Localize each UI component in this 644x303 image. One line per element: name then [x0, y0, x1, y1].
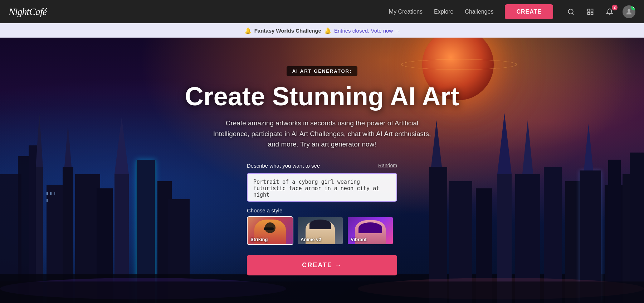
style-label-anime: Anime v2	[301, 237, 321, 242]
logo[interactable]: NightCafé	[9, 6, 47, 18]
banner-bell-icon-2: 🔔	[324, 27, 331, 34]
nav-right: My Creations Explore Challenges CREATE	[389, 4, 635, 19]
notifications-button[interactable]: 2	[603, 5, 616, 18]
search-icon	[567, 8, 575, 15]
avatar-badge: 4	[631, 5, 635, 10]
svg-rect-3	[591, 9, 593, 11]
svg-rect-5	[591, 12, 593, 14]
svg-rect-4	[588, 12, 590, 14]
nav-link-my-creations[interactable]: My Creations	[389, 9, 423, 15]
style-card-striking[interactable]: Striking	[247, 216, 293, 245]
nav-create-button[interactable]: CREATE	[505, 4, 553, 19]
prompt-label-row: Describe what you want to see Random	[247, 163, 397, 169]
challenge-banner: 🔔 Fantasy Worlds Challenge 🔔 Entries clo…	[0, 23, 644, 38]
create-button[interactable]: CREATE →	[247, 255, 397, 275]
prompt-container: Describe what you want to see Random Cho…	[247, 163, 397, 275]
hero-section: AI ART GENERATOR: Create Stunning AI Art…	[0, 0, 644, 303]
prompt-input[interactable]	[247, 173, 397, 202]
banner-bell-icon: 🔔	[244, 27, 252, 34]
nav-link-challenges[interactable]: Challenges	[465, 9, 493, 15]
random-button[interactable]: Random	[378, 163, 397, 168]
hero-tag: AI ART GENERATOR:	[287, 66, 358, 76]
hero-subtitle: Create amazing artworks in seconds using…	[208, 118, 436, 149]
notifications-badge: 2	[612, 5, 618, 10]
style-label: Choose a style	[247, 207, 397, 213]
svg-point-0	[569, 9, 573, 14]
style-card-vibrant[interactable]: Vibrant	[347, 216, 394, 245]
banner-vote-link[interactable]: Entries closed. Vote now →	[334, 28, 400, 34]
style-section: Choose a style Striking	[247, 206, 397, 245]
style-label-striking: Striking	[250, 237, 268, 242]
svg-rect-47	[0, 282, 644, 303]
gallery-button[interactable]	[584, 5, 597, 18]
hero-title: Create Stunning AI Art	[185, 82, 459, 111]
search-button[interactable]	[565, 5, 577, 18]
style-grid: Striking Anime v2	[247, 216, 397, 245]
gallery-icon	[587, 8, 594, 15]
navbar: NightCafé My Creations Explore Challenge…	[0, 0, 644, 23]
style-label-vibrant: Vibrant	[351, 237, 367, 242]
svg-rect-2	[588, 9, 590, 11]
user-avatar[interactable]: 4	[623, 5, 635, 18]
svg-point-6	[628, 9, 630, 11]
prompt-label: Describe what you want to see	[247, 163, 320, 169]
hero-content: AI ART GENERATOR: Create Stunning AI Art…	[0, 23, 644, 275]
nav-icons: 2 4	[565, 5, 635, 18]
banner-challenge-text: Fantasy Worlds Challenge	[254, 28, 321, 34]
svg-line-1	[572, 13, 574, 14]
nav-link-explore[interactable]: Explore	[434, 9, 453, 15]
style-card-anime[interactable]: Anime v2	[297, 216, 343, 245]
